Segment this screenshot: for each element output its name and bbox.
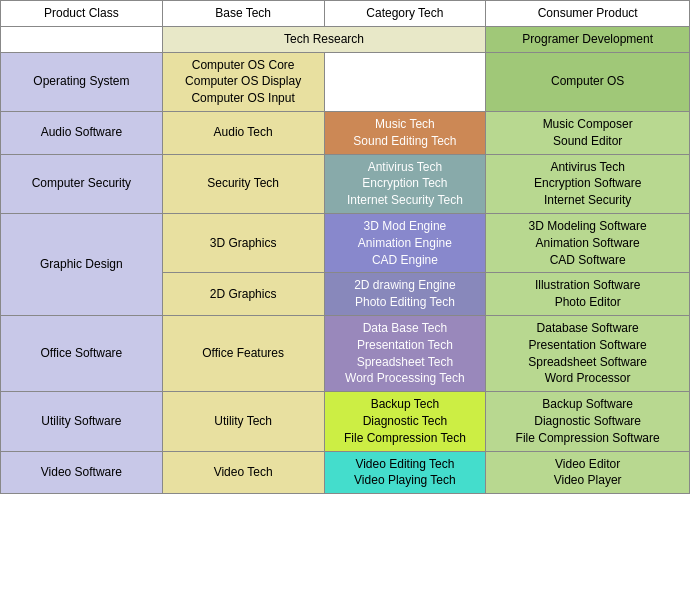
tech-research-header: Tech Research xyxy=(162,26,486,52)
consumer-utility: Backup SoftwareDiagnostic SoftwareFile C… xyxy=(486,392,690,451)
row-operating-system: Operating System Computer OS CoreCompute… xyxy=(1,52,690,111)
product-computer-security: Computer Security xyxy=(1,154,163,213)
table-container: Product Class Base Tech Category Tech Co… xyxy=(0,0,690,494)
consumer-video: Video EditorVideo Player xyxy=(486,451,690,494)
category-security-tech: Antivirus TechEncryption TechInternet Se… xyxy=(324,154,486,213)
product-utility-software: Utility Software xyxy=(1,392,163,451)
header-product-class: Product Class xyxy=(1,1,163,27)
base-security-tech: Security Tech xyxy=(162,154,324,213)
consumer-3d: 3D Modeling SoftwareAnimation SoftwareCA… xyxy=(486,213,690,272)
category-2d-tech: 2D drawing EnginePhoto Editing Tech xyxy=(324,273,486,316)
main-table: Product Class Base Tech Category Tech Co… xyxy=(0,0,690,494)
category-office-tech: Data Base TechPresentation TechSpreadshe… xyxy=(324,315,486,391)
row-computer-security: Computer Security Security Tech Antiviru… xyxy=(1,154,690,213)
product-video-software: Video Software xyxy=(1,451,163,494)
base-utility-tech: Utility Tech xyxy=(162,392,324,451)
base-2d-graphics: 2D Graphics xyxy=(162,273,324,316)
category-utility-tech: Backup TechDiagnostic TechFile Compressi… xyxy=(324,392,486,451)
consumer-security: Antivirus TechEncryption SoftwareInterne… xyxy=(486,154,690,213)
header-row-1: Product Class Base Tech Category Tech Co… xyxy=(1,1,690,27)
consumer-2d: Illustration SoftwarePhoto Editor xyxy=(486,273,690,316)
product-graphic-design: Graphic Design xyxy=(1,213,163,315)
row-graphic-design-3d: Graphic Design 3D Graphics 3D Mod Engine… xyxy=(1,213,690,272)
header-row-2: Tech Research Programer Development xyxy=(1,26,690,52)
base-office-features: Office Features xyxy=(162,315,324,391)
category-os-empty xyxy=(324,52,486,111)
row-office-software: Office Software Office Features Data Bas… xyxy=(1,315,690,391)
product-audio-software: Audio Software xyxy=(1,111,163,154)
consumer-office: Database SoftwarePresentation SoftwareSp… xyxy=(486,315,690,391)
base-video-tech: Video Tech xyxy=(162,451,324,494)
header-empty xyxy=(1,26,163,52)
header-consumer-product: Consumer Product xyxy=(486,1,690,27)
row-video-software: Video Software Video Tech Video Editing … xyxy=(1,451,690,494)
base-computer-os: Computer OS CoreComputer OS DisplayCompu… xyxy=(162,52,324,111)
product-office-software: Office Software xyxy=(1,315,163,391)
header-category-tech: Category Tech xyxy=(324,1,486,27)
base-3d-graphics: 3D Graphics xyxy=(162,213,324,272)
row-audio-software: Audio Software Audio Tech Music TechSoun… xyxy=(1,111,690,154)
base-audio-tech: Audio Tech xyxy=(162,111,324,154)
programmer-dev-header: Programer Development xyxy=(486,26,690,52)
consumer-computer-os: Computer OS xyxy=(486,52,690,111)
category-video-tech: Video Editing TechVideo Playing Tech xyxy=(324,451,486,494)
header-base-tech: Base Tech xyxy=(162,1,324,27)
product-operating-system: Operating System xyxy=(1,52,163,111)
consumer-audio: Music ComposerSound Editor xyxy=(486,111,690,154)
row-utility-software: Utility Software Utility Tech Backup Tec… xyxy=(1,392,690,451)
category-audio-tech: Music TechSound Editing Tech xyxy=(324,111,486,154)
category-3d-tech: 3D Mod EngineAnimation EngineCAD Engine xyxy=(324,213,486,272)
